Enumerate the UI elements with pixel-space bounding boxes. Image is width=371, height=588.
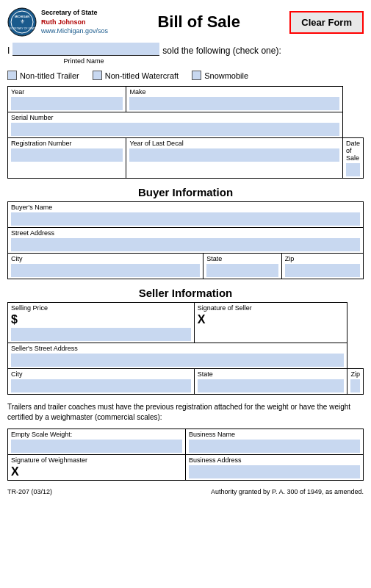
seller-street-input[interactable] (11, 354, 344, 367)
business-name-cell: Business Name (186, 429, 364, 455)
seller-state-cell: State (194, 369, 347, 395)
buyer-name-input[interactable] (11, 212, 360, 226)
serial-number-input[interactable] (11, 123, 339, 136)
buyer-name-label: Buyer's Name (11, 204, 360, 211)
svg-text:⚜: ⚜ (20, 18, 25, 25)
buyer-name-cell: Buyer's Name (8, 202, 364, 228)
last-decal-input[interactable] (129, 148, 339, 162)
buyer-section-title: Buyer Information (7, 186, 364, 198)
sos-name: Ruth Johnson (41, 18, 108, 27)
buyer-street-label: Street Address (11, 229, 360, 237)
vehicle-type-checkboxes: Non-titled Trailer Non-titled Watercraft… (7, 71, 364, 80)
table-row: Street Address (8, 228, 364, 254)
table-row: Seller's Street Address (8, 343, 364, 369)
form-number: TR-207 (03/12) (7, 488, 52, 495)
last-decal-cell: Year of Last Decal (126, 138, 343, 179)
page-header: MICHIGAN ⚜ SECRETARY OF STATE Secretary … (7, 7, 364, 37)
reg-number-cell: Registration Number (8, 138, 126, 179)
seller-section-title: Seller Information (7, 287, 364, 299)
page-title: Bill of Sale (108, 12, 289, 32)
weighmaster-x-sign: X (11, 465, 19, 478)
seller-street-cell: Seller's Street Address (8, 343, 347, 369)
serial-number-cell: Serial Number (8, 112, 343, 138)
reg-number-input[interactable] (11, 148, 123, 162)
seller-city-label: City (11, 370, 191, 378)
clear-form-button[interactable]: Clear Form (289, 11, 364, 34)
last-decal-label: Year of Last Decal (129, 140, 339, 147)
svg-text:SECRETARY OF STATE: SECRETARY OF STATE (8, 27, 37, 30)
sos-seal-icon: MICHIGAN ⚜ SECRETARY OF STATE (7, 7, 37, 37)
seller-sig-label: Signature of Seller (198, 304, 345, 312)
buyer-street-input[interactable] (11, 238, 360, 251)
date-of-sale-label: Date of Sale (346, 140, 360, 162)
business-address-cell: Business Address (186, 455, 364, 481)
non-titled-trailer-option[interactable]: Non-titled Trailer (7, 71, 79, 80)
selling-price-label: Selling Price (11, 304, 191, 312)
seller-zip-cell: Zip (347, 369, 364, 395)
non-titled-watercraft-checkbox[interactable] (93, 71, 102, 80)
buyer-zip-label: Zip (285, 255, 360, 262)
date-of-sale-cell: Date of Sale (342, 138, 363, 179)
year-label: Year (11, 88, 123, 96)
buyer-info-table: Buyer's Name Street Address City State Z… (7, 201, 364, 279)
non-titled-trailer-checkbox[interactable] (7, 71, 17, 80)
printed-name-label: Printed Name (10, 57, 157, 65)
reg-number-label: Registration Number (11, 140, 123, 147)
seller-x-sign: X (198, 313, 206, 326)
table-row: Signature of Weighmaster X Business Addr… (8, 455, 364, 481)
buyer-zip-cell: Zip (281, 254, 363, 279)
trailer-note: Trailers and trailer coaches must have t… (7, 402, 364, 423)
seller-city-input[interactable] (11, 379, 191, 392)
make-cell: Make (126, 87, 343, 112)
seller-zip-input[interactable] (350, 379, 360, 392)
buyer-city-input[interactable] (11, 264, 200, 277)
make-input[interactable] (129, 97, 339, 110)
business-address-input[interactable] (189, 465, 360, 478)
year-cell: Year (8, 87, 126, 112)
seller-sig-cell: Signature of Seller X (194, 303, 347, 343)
non-titled-watercraft-option[interactable]: Non-titled Watercraft (93, 71, 179, 80)
selling-price-cell: Selling Price $ (8, 303, 195, 343)
printed-name-input[interactable] (12, 43, 159, 56)
empty-scale-cell: Empty Scale Weight: (8, 429, 186, 455)
seller-city-cell: City (8, 369, 195, 395)
table-row: City State Zip (8, 369, 364, 395)
business-name-input[interactable] (189, 440, 360, 453)
empty-scale-label: Empty Scale Weight: (11, 431, 182, 438)
sold-prefix: I (7, 46, 10, 56)
make-label: Make (129, 88, 339, 96)
seller-street-label: Seller's Street Address (11, 345, 344, 352)
vehicle-info-table: Year Make Serial Number Registration Num… (7, 86, 364, 179)
snowmobile-option[interactable]: Snowmobile (192, 71, 248, 80)
non-titled-watercraft-label: Non-titled Watercraft (105, 71, 179, 80)
weighmaster-table: Empty Scale Weight: Business Name Signat… (7, 429, 364, 481)
snowmobile-checkbox[interactable] (192, 71, 201, 80)
buyer-zip-input[interactable] (285, 264, 360, 277)
table-row: Serial Number (8, 112, 364, 138)
date-of-sale-input[interactable] (346, 163, 360, 176)
dollar-sign: $ (11, 313, 191, 326)
non-titled-trailer-label: Non-titled Trailer (20, 71, 79, 80)
selling-price-input[interactable] (11, 328, 191, 341)
sold-suffix: sold the following (check one): (162, 46, 281, 56)
empty-scale-input[interactable] (11, 440, 182, 453)
footer-bar: TR-207 (03/12) Authority granted by P. A… (7, 488, 364, 495)
table-row: Selling Price $ Signature of Seller X (8, 303, 364, 343)
table-row: Buyer's Name (8, 202, 364, 228)
authority-text: Authority granted by P. A. 300 of 1949, … (211, 488, 364, 495)
seller-zip-label: Zip (350, 370, 360, 378)
buyer-street-cell: Street Address (8, 228, 364, 254)
sos-website: www.Michigan.gov/sos (41, 26, 108, 36)
snowmobile-label: Snowmobile (204, 71, 248, 80)
table-row: Year Make (8, 87, 364, 112)
year-input[interactable] (11, 97, 123, 110)
buyer-state-cell: State (203, 254, 281, 279)
table-row: City State Zip (8, 254, 364, 279)
table-row: Registration Number Year of Last Decal D… (8, 138, 364, 179)
seller-state-input[interactable] (198, 379, 345, 392)
buyer-city-label: City (11, 255, 200, 262)
seller-info-table: Selling Price $ Signature of Seller X Se… (7, 302, 364, 395)
buyer-state-input[interactable] (206, 264, 278, 277)
sos-logo: MICHIGAN ⚜ SECRETARY OF STATE Secretary … (7, 7, 108, 37)
serial-number-label: Serial Number (11, 114, 339, 121)
